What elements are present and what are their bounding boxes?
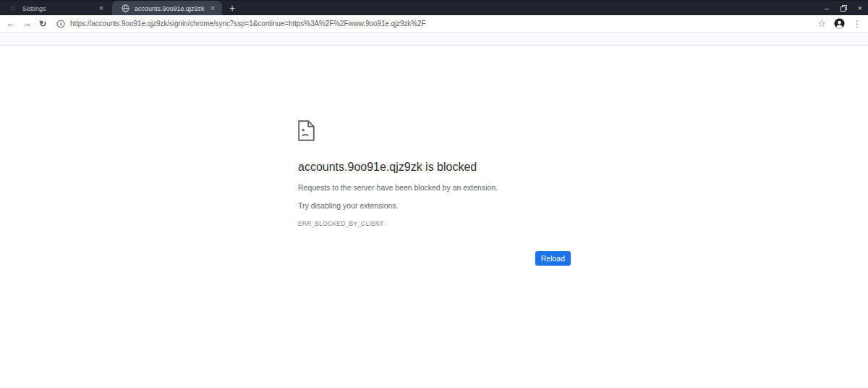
error-suggestion: Try disabling your extensions. <box>298 201 571 211</box>
reload-page-button[interactable]: Reload <box>535 251 571 266</box>
tab-settings[interactable]: ⚙ Settings × <box>0 1 111 16</box>
tab-strip: ⚙ Settings × accounts.9oo91e.qjz9zk × + … <box>0 0 868 15</box>
button-row: Reload <box>298 251 571 266</box>
page-info-icon[interactable] <box>56 20 65 28</box>
toolbar-actions: ☆ ⋮ <box>817 18 861 29</box>
new-tab-button[interactable]: + <box>225 1 239 16</box>
tab-accounts-label: accounts.9oo91e.qjz9zk <box>135 5 208 12</box>
restore-button[interactable] <box>839 5 848 12</box>
minimize-button[interactable]: – <box>822 4 831 12</box>
error-title: accounts.9oo91e.qjz9zk is blocked <box>298 160 571 174</box>
close-tab-icon[interactable]: × <box>208 4 217 12</box>
profile-avatar[interactable] <box>834 18 845 29</box>
reload-nav-button[interactable]: ↻ <box>38 19 48 29</box>
tab-accounts[interactable]: accounts.9oo91e.qjz9zk × <box>112 1 222 16</box>
back-button[interactable]: ← <box>6 19 16 29</box>
bookmarks-strip <box>0 33 868 46</box>
error-message: Requests to the server have been blocked… <box>298 183 571 193</box>
address-bar[interactable]: https://accounts.9oo91e.qjz9zk/signin/ch… <box>70 20 817 28</box>
window-controls: – × <box>822 1 864 16</box>
error-code: ERR_BLOCKED_BY_CLIENT <box>298 220 571 227</box>
page-content: accounts.9oo91e.qjz9zk is blocked Reques… <box>0 46 868 388</box>
close-tab-icon[interactable]: × <box>97 4 106 12</box>
close-window-button[interactable]: × <box>856 4 864 12</box>
more-menu-icon[interactable]: ⋮ <box>853 19 861 29</box>
sad-page-icon <box>298 120 315 141</box>
forward-button[interactable]: → <box>22 19 32 29</box>
globe-icon <box>121 4 129 13</box>
tab-settings-label: Settings <box>22 5 97 12</box>
gear-icon: ⚙ <box>9 4 17 13</box>
error-content: accounts.9oo91e.qjz9zk is blocked Reques… <box>298 120 571 266</box>
bookmark-star-icon[interactable]: ☆ <box>817 19 826 29</box>
toolbar: ← → ↻ https://accounts.9oo91e.qjz9zk/sig… <box>0 15 868 33</box>
